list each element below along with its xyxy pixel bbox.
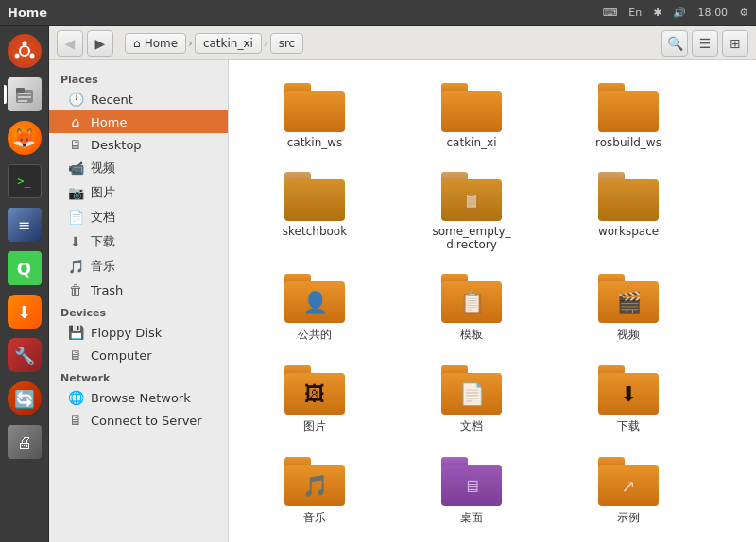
- file-item-music[interactable]: 🎵 音乐: [244, 449, 386, 534]
- file-item-documents[interactable]: 📄 文档: [401, 358, 542, 442]
- keyboard-icon: ⌨: [602, 7, 617, 19]
- places-section-title: Places: [49, 68, 228, 88]
- file-item-catkin-xi[interactable]: catkin_xi: [401, 76, 542, 157]
- sidebar-item-browse-network[interactable]: 🌐 Browse Network: [49, 386, 228, 409]
- folder-icon-rosbuild-ws: [598, 83, 659, 132]
- bluetooth-icon: ✱: [653, 7, 662, 19]
- dock-item-settings[interactable]: 🔧: [4, 334, 45, 376]
- pictures-emblem: 🖼: [304, 382, 325, 406]
- sidebar-item-downloads[interactable]: ⬇ 下载: [49, 229, 228, 254]
- sidebar-item-home[interactable]: ⌂ Home: [49, 110, 228, 133]
- file-item-rosbuild-ws[interactable]: rosbuild_ws: [558, 76, 699, 157]
- public-emblem: 👤: [302, 291, 328, 314]
- pictures-icon: 📷: [68, 185, 83, 200]
- file-item-public[interactable]: 👤 公共的: [244, 266, 386, 350]
- sidebar-item-desktop[interactable]: 🖥 Desktop: [49, 133, 228, 156]
- content-area: Places 🕐 Recent ⌂ Home 🖥 Desktop 📹 视频: [49, 60, 756, 542]
- sidebar-item-pictures[interactable]: 📷 图片: [49, 180, 228, 205]
- svg-point-0: [20, 46, 29, 56]
- computer-icon: 🖥: [68, 347, 83, 363]
- title-bar: Home ⌨ En ✱ 🔊 18:00 ⚙: [0, 0, 756, 26]
- file-item-desktop[interactable]: 🖥 桌面: [401, 449, 542, 534]
- folder-icon-templates: 📋: [441, 274, 502, 323]
- dock-item-terminal[interactable]: >_: [4, 161, 45, 202]
- folder-icon-desktop: 🖥: [441, 457, 502, 506]
- svg-point-1: [22, 42, 26, 46]
- folder-icon-video: 🎬: [598, 274, 659, 323]
- forward-button[interactable]: ▶: [87, 30, 113, 57]
- dock-item-update[interactable]: 🔄: [4, 378, 45, 419]
- file-item-templates[interactable]: 📋 模板: [401, 266, 542, 350]
- connect-server-icon: 🖥: [68, 413, 83, 428]
- file-item-some-empty-directory[interactable]: 📋 some_empty_ directory: [401, 164, 542, 259]
- home-icon: ⌂: [133, 37, 141, 50]
- template-emblem: 📋: [459, 291, 485, 314]
- sidebar-item-recent[interactable]: 🕐 Recent: [49, 88, 228, 110]
- downloads-icon: ⬇: [68, 234, 83, 249]
- gear-icon[interactable]: ⚙: [739, 7, 748, 19]
- folder-icon-some-empty-directory: 📋: [441, 172, 502, 221]
- dock-item-ubuntu[interactable]: [4, 30, 45, 72]
- desktop-icon: 🖥: [68, 137, 83, 152]
- file-item-examples[interactable]: ↗ 示例: [558, 449, 699, 534]
- desktop-emblem: 🖥: [463, 476, 480, 496]
- grid-icon: ⊞: [730, 36, 741, 51]
- floppy-icon: 💾: [68, 325, 83, 340]
- file-item-sketchbook[interactable]: sketchbook: [244, 164, 386, 259]
- back-button[interactable]: ◀: [57, 30, 83, 57]
- breadcrumb-home[interactable]: ⌂ Home: [125, 33, 186, 54]
- home-sidebar-icon: ⌂: [68, 114, 83, 129]
- svg-rect-6: [18, 93, 31, 94]
- examples-emblem: ↗: [621, 476, 635, 496]
- file-grid: catkin_ws catkin_xi rosbuild: [229, 60, 756, 542]
- sidebar-item-music[interactable]: 🎵 音乐: [49, 254, 228, 279]
- list-icon: ☰: [699, 36, 712, 51]
- svg-rect-7: [18, 96, 31, 98]
- grid-view-button[interactable]: ⊞: [722, 30, 748, 57]
- printer-icon: 🖨: [17, 433, 32, 451]
- folder-icon-documents: 📄: [441, 365, 502, 415]
- breadcrumb-src[interactable]: src: [270, 33, 304, 54]
- dock-item-files[interactable]: [4, 74, 45, 115]
- downloads-emblem: ⬇: [620, 382, 637, 406]
- list-view-button[interactable]: ☰: [692, 30, 718, 57]
- svg-rect-5: [16, 88, 25, 93]
- title-bar-controls: ⌨ En ✱ 🔊 18:00 ⚙: [594, 7, 748, 19]
- sidebar-item-floppy[interactable]: 💾 Floppy Disk: [49, 321, 228, 344]
- dock-item-firefox[interactable]: 🦊: [4, 117, 45, 159]
- browse-network-icon: 🌐: [68, 390, 83, 405]
- breadcrumb-catkin-xi[interactable]: catkin_xi: [195, 33, 262, 54]
- forward-icon: ▶: [95, 36, 106, 51]
- sidebar-item-trash[interactable]: 🗑 Trash: [49, 279, 228, 301]
- dock-item-download[interactable]: ⬇: [4, 291, 45, 332]
- file-item-video[interactable]: 🎬 视频: [558, 266, 699, 350]
- file-manager: ◀ ▶ ⌂ Home › catkin_xi › src: [49, 26, 756, 542]
- file-item-downloads[interactable]: ⬇ 下载: [558, 358, 699, 442]
- dock-item-overlay[interactable]: ≡: [4, 204, 45, 246]
- sidebar-item-connect-server[interactable]: 🖥 Connect to Server: [49, 409, 228, 432]
- sidebar-item-documents[interactable]: 📄 文档: [49, 205, 228, 229]
- folder-icon-pictures: 🖼: [284, 365, 345, 415]
- breadcrumb: ⌂ Home › catkin_xi › src: [125, 33, 650, 54]
- folder-icon-sketchbook: [284, 172, 345, 221]
- folder-icon-public: 👤: [284, 274, 345, 323]
- search-button[interactable]: 🔍: [662, 30, 688, 57]
- search-icon: 🔍: [667, 36, 683, 51]
- sidebar: Places 🕐 Recent ⌂ Home 🖥 Desktop 📹 视频: [49, 60, 229, 542]
- qt-icon: Q: [17, 259, 31, 279]
- file-item-catkin-ws[interactable]: catkin_ws: [244, 76, 386, 157]
- trash-icon: 🗑: [68, 282, 83, 297]
- svg-point-3: [14, 54, 19, 59]
- devices-section-title: Devices: [49, 301, 228, 321]
- dock-item-printer[interactable]: 🖨: [4, 421, 45, 463]
- sidebar-item-videos[interactable]: 📹 视频: [49, 156, 228, 180]
- folder-icon-workspace: [598, 172, 659, 221]
- file-item-workspace[interactable]: workspace: [558, 164, 699, 259]
- sidebar-item-computer[interactable]: 🖥 Computer: [49, 344, 228, 366]
- file-item-pictures[interactable]: 🖼 图片: [244, 358, 386, 442]
- active-indicator: [4, 85, 7, 104]
- dock-item-qt[interactable]: Q: [4, 247, 45, 289]
- documents-emblem: 📄: [459, 382, 485, 406]
- download-icon: ⬇: [17, 302, 31, 322]
- wrench-icon: 🔧: [14, 346, 35, 365]
